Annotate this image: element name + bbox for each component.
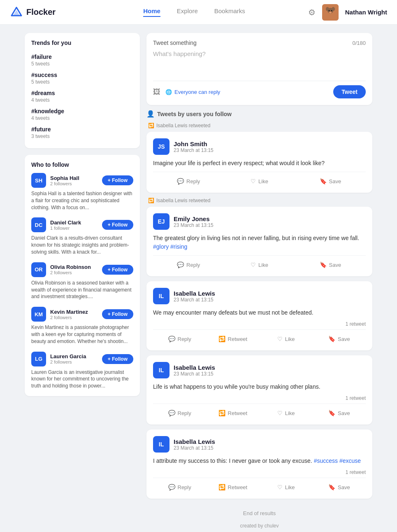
follow-followers: 2 followers: [50, 315, 98, 320]
nav-home[interactable]: Home: [143, 7, 160, 17]
reply-action[interactable]: 💬 Reply: [153, 482, 206, 492]
nav-explore[interactable]: Explore: [177, 7, 198, 17]
follow-item: DC Daniel Clark 1 follower + Follow Dani…: [31, 217, 133, 255]
avatar[interactable]: [322, 4, 339, 21]
like-action[interactable]: ♡ Like: [260, 334, 313, 344]
end-results: End of results: [146, 504, 372, 518]
retweet-action[interactable]: 🔁 Retweet: [206, 334, 259, 344]
tweet-input[interactable]: [153, 50, 366, 75]
reply-label: Reply: [178, 410, 191, 416]
follow-avatar: LG: [31, 352, 46, 366]
trend-item[interactable]: #failure 5 tweets: [31, 51, 133, 69]
trend-item[interactable]: #future 3 tweets: [31, 124, 133, 142]
tweet-card: IL Isabella Lewis 23 March at 13:15 We m…: [146, 281, 372, 350]
retweet-action[interactable]: 🔁 Retweet: [206, 408, 259, 418]
tweet-avatar: IL: [153, 436, 169, 453]
tweet-card: 🔁 Isabella Lewis retweeted EJ Emily Jone…: [146, 198, 372, 276]
like-action[interactable]: ♡ Like: [224, 176, 295, 186]
retweet-icon: 🔁: [218, 484, 225, 490]
follow-header: KM Kevin Martinez 2 followers + Follow: [31, 307, 133, 322]
settings-icon[interactable]: ⚙: [308, 7, 316, 17]
tweet-author-info: Isabella Lewis 23 March at 13:15: [174, 364, 215, 377]
hashtag-success[interactable]: #success: [314, 457, 338, 464]
tweet-content: I attribute my success to this: I never …: [153, 457, 366, 465]
follow-button[interactable]: + Follow: [102, 175, 133, 185]
follow-button[interactable]: + Follow: [102, 354, 133, 364]
tweet-content: The greatest glory in living lies not in…: [153, 234, 366, 251]
save-action[interactable]: 🔖 Save: [313, 334, 366, 344]
person-icon: 👤: [146, 110, 155, 118]
follow-bio: Lauren Garcia is an investigative journa…: [31, 369, 133, 390]
reply-option[interactable]: 🌐 Everyone can reply: [165, 89, 220, 95]
tweet-time: 23 March at 13:15: [174, 371, 215, 377]
follow-button[interactable]: + Follow: [102, 265, 133, 275]
composer-header: Tweet something 0/180: [153, 40, 366, 46]
tweet-actions: 💬 Reply ♡ Like 🔖 Save: [153, 172, 366, 186]
hashtag-glory[interactable]: #glory: [153, 243, 169, 250]
reply-action[interactable]: 💬 Reply: [153, 260, 224, 270]
follow-followers: 2 followers: [50, 181, 98, 186]
follow-info: Kevin Martinez 2 followers: [50, 309, 98, 320]
trend-count: 3 tweets: [31, 133, 133, 139]
follow-item: SH Sophia Hall 2 followers + Follow Soph…: [31, 173, 133, 211]
feed: Tweet something 0/180 🖼 🌐 Everyone can r…: [146, 33, 372, 532]
reply-label: Reply: [178, 484, 191, 490]
like-label: Like: [285, 410, 295, 416]
nav-bookmarks[interactable]: Bookmarks: [214, 7, 245, 17]
heart-icon: ♡: [277, 336, 283, 342]
trend-count: 5 tweets: [31, 79, 133, 85]
follow-button[interactable]: + Follow: [102, 309, 133, 319]
logo[interactable]: Flocker: [10, 6, 56, 19]
save-label: Save: [338, 410, 350, 416]
tweet-author: IL Isabella Lewis 23 March at 13:15: [153, 288, 366, 304]
retweet-icon: 🔁: [148, 198, 154, 203]
retweet-text: Isabella Lewis retweeted: [156, 198, 210, 203]
save-action[interactable]: 🔖 Save: [295, 176, 366, 186]
globe-icon: 🌐: [165, 89, 172, 95]
follow-bio: Daniel Clark is a results-driven consult…: [31, 235, 133, 255]
image-icon[interactable]: 🖼: [153, 88, 160, 96]
like-action[interactable]: ♡ Like: [260, 482, 313, 492]
reply-icon: 💬: [168, 410, 175, 416]
reply-label: Reply: [178, 336, 191, 342]
bookmark-icon: 🔖: [328, 336, 335, 342]
save-action[interactable]: 🔖 Save: [295, 260, 366, 270]
sidebar: Trends for you #failure 5 tweets #succes…: [25, 33, 140, 532]
retweet-action[interactable]: 🔁 Retweet: [206, 482, 259, 492]
trend-item[interactable]: #success 5 tweets: [31, 69, 133, 87]
tweet-button[interactable]: Tweet: [333, 85, 366, 98]
author-name: Isabella Lewis: [174, 290, 215, 297]
created-by: created by chulev: [146, 523, 372, 532]
svg-point-9: [330, 12, 331, 13]
tweet-author-info: Isabella Lewis 23 March at 13:15: [174, 438, 215, 451]
tweet-card-inner: EJ Emily Jones 23 March at 13:15 The gre…: [146, 207, 372, 276]
reply-action[interactable]: 💬 Reply: [153, 176, 224, 186]
follow-header: SH Sophia Hall 2 followers + Follow: [31, 173, 133, 188]
like-action[interactable]: ♡ Like: [224, 260, 295, 270]
reply-action[interactable]: 💬 Reply: [153, 408, 206, 418]
like-action[interactable]: ♡ Like: [260, 408, 313, 418]
trend-item[interactable]: #knowledge 4 tweets: [31, 105, 133, 124]
reply-label: Reply: [186, 262, 200, 268]
follow-name: Sophia Hall: [50, 175, 98, 181]
username: Nathan Wright: [345, 9, 387, 16]
trends-title: Trends for you: [31, 40, 133, 46]
hashtag-rising[interactable]: #rising: [170, 243, 187, 250]
tweet-actions: 💬 Reply 🔁 Retweet ♡ Like 🔖 Save: [153, 478, 366, 492]
follow-name: Daniel Clark: [50, 219, 98, 226]
tweet-content: Life is what happens to you while you're…: [153, 383, 366, 391]
like-label: Like: [258, 178, 268, 184]
tweet-card: 🔁 Isabella Lewis retweeted JS John Smith…: [146, 123, 372, 193]
follow-button[interactable]: + Follow: [102, 220, 133, 230]
save-action[interactable]: 🔖 Save: [313, 482, 366, 492]
hashtag-excuse[interactable]: #excuse: [339, 457, 361, 464]
save-action[interactable]: 🔖 Save: [313, 408, 366, 418]
retweet-label: Retweet: [228, 484, 248, 490]
tweet-avatar: JS: [153, 138, 169, 155]
follow-info: Olivia Robinson 2 followers: [50, 264, 98, 275]
reply-action[interactable]: 💬 Reply: [153, 334, 206, 344]
tweet-card: IL Isabella Lewis 23 March at 13:15 I at…: [146, 429, 372, 499]
trend-tag: #failure: [31, 54, 133, 60]
trend-item[interactable]: #dreams 4 tweets: [31, 87, 133, 105]
follow-name: Lauren Garcia: [50, 353, 98, 359]
